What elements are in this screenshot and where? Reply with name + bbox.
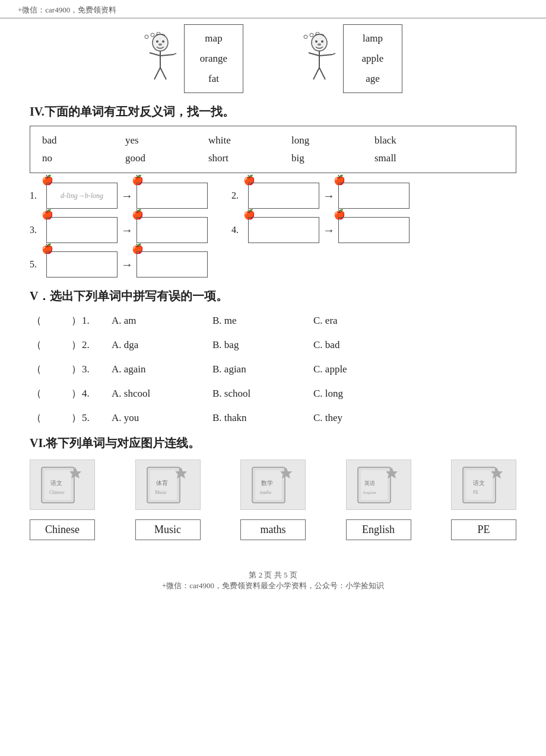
choice-options-4: A. shcool B. school C. long <box>112 388 373 400</box>
antonym-row-2: no good short big small <box>42 152 504 164</box>
choice-num-2: 2. <box>82 339 100 351</box>
arrow-box-2a[interactable] <box>248 183 319 209</box>
choice-3a: A. again <box>112 363 171 375</box>
antonym-box: bad yes white long black no good short b… <box>30 126 516 173</box>
choice-item-3: （ ） 3. A. again B. agian C. apple <box>30 362 516 376</box>
arrow-box-5a[interactable] <box>46 251 118 277</box>
arrow-num-3: 3. <box>30 225 40 235</box>
arrow-item-3: 3. 🍎 → 🍎 <box>30 217 208 243</box>
choice-options-5: A. you B. thakn C. they <box>112 412 373 424</box>
svg-text:体育: 体育 <box>156 480 168 486</box>
choice-item-1: （ ） 1. A. am B. me C. era <box>30 314 516 327</box>
svg-point-1 <box>151 33 154 37</box>
choice-4a: A. shcool <box>112 388 171 400</box>
blank-1 <box>47 315 65 327</box>
antonym-word-bad: bad <box>42 135 90 146</box>
word-2-2: apple <box>354 49 391 69</box>
arrow-box-4b[interactable] <box>338 217 410 243</box>
subject-labels: Chinese Music maths English PE <box>30 519 516 540</box>
svg-text:数学: 数学 <box>261 480 273 486</box>
footer-wechat: +微信：car4900，免费领资料最全小学资料，公众号：小学捡知识 <box>0 580 546 591</box>
svg-line-8 <box>150 53 160 56</box>
word-1-2: orange <box>195 49 232 69</box>
arrow-box-1a[interactable]: d-ling→b-long <box>46 183 118 209</box>
main-content: map orange fat <box>0 24 546 558</box>
choice-1b: B. me <box>212 315 272 327</box>
choice-options-2: A. dga B. bag C. bad <box>112 339 373 351</box>
subject-images: 语文 Chinese 体育 Music <box>30 460 516 510</box>
section-v: V．选出下列单词中拼写有误的一项。 （ ） 1. A. am B. me C. … <box>30 288 516 425</box>
arrow-boxes-5: 🍎 → 🍎 <box>46 251 208 277</box>
choice-4c: C. long <box>313 388 373 400</box>
arrow-box-1b[interactable] <box>136 183 208 209</box>
choice-5b: B. thakn <box>212 412 272 424</box>
choice-4b: B. school <box>212 388 272 400</box>
subject-img-maths: 数学 maths <box>240 460 306 510</box>
arrow-box-2b[interactable] <box>338 183 410 209</box>
arrow-box-3a[interactable] <box>46 217 118 243</box>
arrow-item-4: 4. 🍎 → 🍎 <box>231 217 410 243</box>
arrow-num-2: 2. <box>231 190 242 201</box>
arrow-boxes-1: 🍎 d-ling→b-long → 🍎 <box>46 183 208 209</box>
subject-label-maths[interactable]: maths <box>240 519 306 540</box>
svg-line-12 <box>160 68 166 79</box>
svg-text:语文: 语文 <box>473 480 485 486</box>
arrow-num-1: 1. <box>30 190 40 201</box>
section-v-title: V．选出下列单词中拼写有误的一项。 <box>30 288 516 304</box>
arrow-symbol-5: → <box>121 258 133 272</box>
paren-open-1: （ <box>30 314 42 327</box>
subject-label-pe[interactable]: PE <box>451 519 516 540</box>
blank-3 <box>47 363 65 375</box>
svg-text:English: English <box>363 490 376 495</box>
arrow-row-1-2: 1. 🍎 d-ling→b-long → 🍎 <box>30 183 516 209</box>
arrow-symbol-4: → <box>323 224 335 237</box>
choice-2c: C. bad <box>313 339 373 351</box>
subject-img-music: 体育 Music <box>135 460 201 510</box>
subject-img-english: 英语 English <box>346 460 411 510</box>
char-card-2: lamp apple age <box>303 24 402 93</box>
page-header: +微信：car4900，免费领资料 <box>0 0 546 18</box>
antonym-word-big: big <box>291 152 339 164</box>
svg-text:maths: maths <box>260 490 271 495</box>
subject-label-music[interactable]: Music <box>135 519 201 540</box>
choice-1c: C. era <box>313 315 373 327</box>
choice-5c: C. they <box>313 412 373 424</box>
svg-point-14 <box>310 33 313 37</box>
subject-label-english[interactable]: English <box>346 519 411 540</box>
arrow-num-5: 5. <box>30 259 40 270</box>
antonym-word-short: short <box>208 152 256 164</box>
antonym-word-small: small <box>374 152 422 164</box>
choice-2b: B. bag <box>212 339 272 351</box>
arrow-box-4a[interactable] <box>248 217 319 243</box>
word-1-3: fat <box>195 69 232 89</box>
choice-5a: A. you <box>112 412 171 424</box>
svg-point-13 <box>304 35 307 39</box>
antonym-word-white: white <box>208 135 256 146</box>
word-1-1: map <box>195 28 232 49</box>
arrow-num-4: 4. <box>231 225 242 235</box>
arrow-box-3b[interactable] <box>136 217 208 243</box>
paren-close-5: ） <box>71 411 76 425</box>
svg-text:语文: 语文 <box>50 480 62 486</box>
svg-point-18 <box>321 40 323 43</box>
paren-close-1: ） <box>71 314 76 327</box>
arrow-row-3-4: 3. 🍎 → 🍎 4. <box>30 217 516 243</box>
choice-item-5: （ ） 5. A. you B. thakn C. they <box>30 411 516 425</box>
paren-close-3: ） <box>71 362 76 376</box>
svg-text:英语: 英语 <box>364 480 375 486</box>
arrow-box-5b[interactable] <box>136 251 208 277</box>
figure-2 <box>303 32 338 85</box>
subject-label-chinese[interactable]: Chinese <box>30 519 95 540</box>
subject-img-pe: 语文 PE <box>451 460 516 510</box>
choice-3b: B. agian <box>212 363 272 375</box>
arrow-item-2: 2. 🍎 → 🍎 <box>231 183 410 209</box>
word-list-box-2: lamp apple age <box>343 24 402 93</box>
svg-line-22 <box>319 55 332 56</box>
blank-2 <box>47 339 65 351</box>
paren-open-4: （ <box>30 387 42 400</box>
footer-page-info: 第 2 页 共 5 页 <box>0 570 546 580</box>
choice-item-4: （ ） 4. A. shcool B. school C. long <box>30 387 516 400</box>
section-vi-title: VI.将下列单词与对应图片连线。 <box>30 435 516 451</box>
choice-options-1: A. am B. me C. era <box>112 315 373 327</box>
section-iii: map orange fat <box>30 24 516 93</box>
